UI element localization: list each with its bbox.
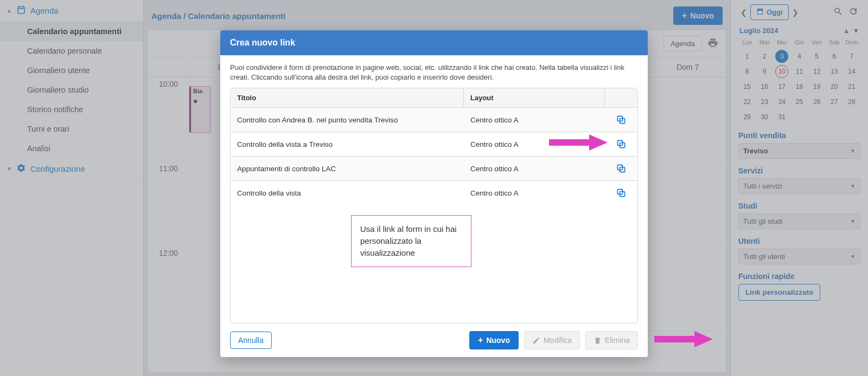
- modal-crea-link: Crea nuovo link Puoi condividere il form…: [220, 30, 648, 357]
- row-title: Controllo della vista: [231, 183, 464, 204]
- modal-title: Crea nuovo link: [220, 30, 648, 55]
- links-table: Titolo Layout Controllo con Andrea B. ne…: [230, 88, 638, 323]
- row-title: Controllo della vista a Treviso: [231, 134, 464, 155]
- modal-new-label: Nuovo: [486, 336, 510, 345]
- row-layout: Centro ottico A: [464, 183, 605, 204]
- copy-link-button[interactable]: [605, 132, 637, 156]
- edit-label: Modifica: [544, 336, 572, 345]
- copy-link-button[interactable]: [605, 181, 637, 205]
- row-title: Appuntamenti di controllo LAC: [231, 158, 464, 179]
- table-row[interactable]: Controllo con Andrea B. nel punto vendit…: [231, 107, 637, 132]
- plus-icon: +: [478, 335, 483, 345]
- copy-link-button[interactable]: [605, 157, 637, 180]
- modal-backdrop: Crea nuovo link Puoi condividere il form…: [0, 0, 868, 376]
- table-row[interactable]: Controllo della vistaCentro ottico A: [231, 180, 637, 205]
- edit-button: Modifica: [524, 331, 580, 349]
- col-layout: Layout: [464, 88, 605, 107]
- modal-new-button[interactable]: + Nuovo: [469, 331, 519, 349]
- col-title: Titolo: [231, 88, 464, 107]
- modal-description: Puoi condividere il form di prenotazione…: [230, 63, 638, 82]
- copy-link-button[interactable]: [605, 108, 637, 132]
- row-layout: Centro ottico A: [464, 134, 605, 155]
- row-layout: Centro ottico A: [464, 158, 605, 179]
- row-title: Controllo con Andrea B. nel punto vendit…: [231, 109, 464, 131]
- delete-label: Elimina: [605, 336, 630, 345]
- delete-button: Elimina: [585, 331, 638, 349]
- modal-footer: Annulla + Nuovo Modifica Elimina: [220, 323, 648, 357]
- table-row[interactable]: Controllo della vista a TrevisoCentro ot…: [231, 132, 637, 156]
- cancel-button[interactable]: Annulla: [230, 332, 272, 349]
- row-layout: Centro ottico A: [464, 109, 605, 131]
- table-row[interactable]: Appuntamenti di controllo LACCentro otti…: [231, 156, 637, 180]
- hint-annotation: Usa il link al form in cui hai personali…: [351, 215, 471, 267]
